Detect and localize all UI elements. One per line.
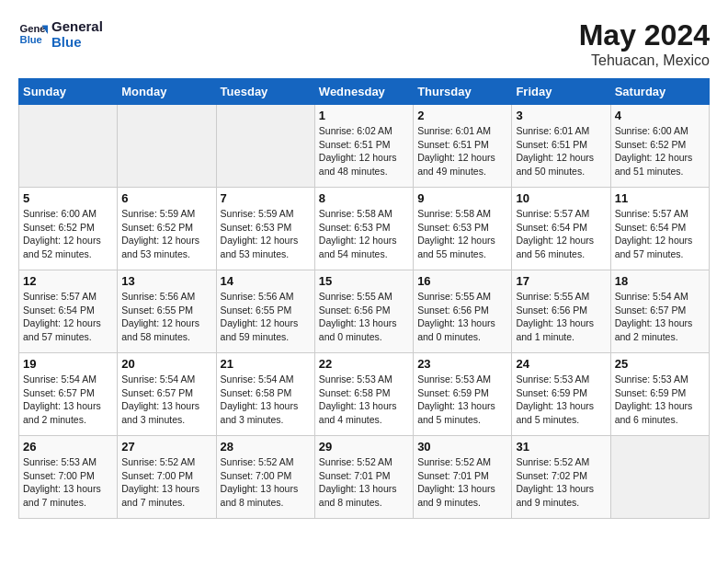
calendar-cell: 14Sunrise: 5:56 AMSunset: 6:55 PMDayligh… [216, 270, 314, 353]
day-info: Sunrise: 5:54 AMSunset: 6:57 PMDaylight:… [615, 290, 705, 344]
calendar-cell: 6Sunrise: 5:59 AMSunset: 6:52 PMDaylight… [118, 188, 216, 270]
title-block: May 2024 Tehuacan, Mexico [579, 18, 710, 69]
day-info: Sunrise: 6:01 AMSunset: 6:51 PMDaylight:… [417, 124, 507, 178]
header-day-wednesday: Wednesday [314, 79, 413, 105]
day-number: 18 [615, 274, 705, 288]
day-info: Sunrise: 5:52 AMSunset: 7:01 PMDaylight:… [319, 455, 409, 510]
day-info: Sunrise: 5:52 AMSunset: 7:01 PMDaylight:… [417, 455, 507, 510]
calendar-cell [610, 436, 709, 519]
day-number: 9 [417, 191, 507, 205]
logo-icon: General Blue [18, 19, 48, 49]
calendar-cell: 23Sunrise: 5:53 AMSunset: 6:59 PMDayligh… [414, 353, 512, 436]
day-info: Sunrise: 5:55 AMSunset: 6:56 PMDaylight:… [319, 290, 409, 344]
day-number: 28 [221, 440, 311, 454]
main-title: May 2024 [579, 18, 710, 52]
day-number: 15 [319, 274, 409, 288]
day-number: 30 [417, 440, 507, 454]
day-info: Sunrise: 5:53 AMSunset: 6:58 PMDaylight:… [319, 373, 409, 427]
day-info: Sunrise: 5:57 AMSunset: 6:54 PMDaylight:… [23, 290, 113, 344]
calendar-cell: 11Sunrise: 5:57 AMSunset: 6:54 PMDayligh… [610, 188, 709, 270]
header-day-friday: Friday [512, 79, 610, 105]
calendar-cell: 4Sunrise: 6:00 AMSunset: 6:52 PMDaylight… [610, 105, 709, 188]
day-number: 26 [23, 440, 113, 454]
day-number: 11 [615, 191, 705, 205]
day-info: Sunrise: 6:00 AMSunset: 6:52 PMDaylight:… [23, 207, 113, 261]
calendar-week-5: 26Sunrise: 5:53 AMSunset: 7:00 PMDayligh… [19, 436, 710, 519]
logo-name-blue: Blue [51, 34, 103, 50]
calendar-table: SundayMondayTuesdayWednesdayThursdayFrid… [18, 78, 710, 519]
day-info: Sunrise: 6:02 AMSunset: 6:51 PMDaylight:… [319, 124, 409, 178]
day-info: Sunrise: 5:56 AMSunset: 6:55 PMDaylight:… [121, 290, 211, 344]
calendar-cell: 27Sunrise: 5:52 AMSunset: 7:00 PMDayligh… [118, 436, 216, 519]
calendar-cell [118, 105, 216, 188]
calendar-cell: 13Sunrise: 5:56 AMSunset: 6:55 PMDayligh… [118, 270, 216, 353]
calendar-cell: 22Sunrise: 5:53 AMSunset: 6:58 PMDayligh… [314, 353, 413, 436]
day-info: Sunrise: 5:54 AMSunset: 6:57 PMDaylight:… [121, 373, 211, 427]
calendar-cell: 7Sunrise: 5:59 AMSunset: 6:53 PMDaylight… [216, 188, 314, 270]
day-info: Sunrise: 5:58 AMSunset: 6:53 PMDaylight:… [417, 207, 507, 261]
day-number: 31 [516, 440, 606, 454]
header-day-tuesday: Tuesday [216, 79, 314, 105]
day-number: 14 [221, 274, 311, 288]
calendar-week-3: 12Sunrise: 5:57 AMSunset: 6:54 PMDayligh… [19, 270, 710, 353]
calendar-body: 1Sunrise: 6:02 AMSunset: 6:51 PMDaylight… [19, 105, 710, 519]
logo: General Blue General Blue [18, 18, 103, 50]
day-info: Sunrise: 5:55 AMSunset: 6:56 PMDaylight:… [417, 290, 507, 344]
calendar-cell: 12Sunrise: 5:57 AMSunset: 6:54 PMDayligh… [19, 270, 118, 353]
calendar-week-1: 1Sunrise: 6:02 AMSunset: 6:51 PMDaylight… [19, 105, 710, 188]
day-number: 29 [319, 440, 409, 454]
day-info: Sunrise: 5:57 AMSunset: 6:54 PMDaylight:… [615, 207, 705, 261]
day-number: 1 [319, 109, 409, 122]
day-info: Sunrise: 5:54 AMSunset: 6:57 PMDaylight:… [23, 373, 113, 427]
day-number: 7 [221, 191, 311, 205]
calendar-cell [216, 105, 314, 188]
day-number: 4 [615, 109, 705, 122]
calendar-cell: 1Sunrise: 6:02 AMSunset: 6:51 PMDaylight… [314, 105, 413, 188]
day-number: 12 [23, 274, 113, 288]
day-number: 3 [516, 109, 606, 122]
day-number: 16 [417, 274, 507, 288]
calendar-cell: 28Sunrise: 5:52 AMSunset: 7:00 PMDayligh… [216, 436, 314, 519]
day-info: Sunrise: 5:59 AMSunset: 6:53 PMDaylight:… [221, 207, 311, 261]
header-day-sunday: Sunday [19, 79, 118, 105]
day-number: 21 [221, 357, 311, 371]
day-number: 10 [516, 191, 606, 205]
day-number: 13 [121, 274, 211, 288]
calendar-cell: 16Sunrise: 5:55 AMSunset: 6:56 PMDayligh… [414, 270, 512, 353]
day-info: Sunrise: 5:59 AMSunset: 6:52 PMDaylight:… [121, 207, 211, 261]
calendar-cell: 26Sunrise: 5:53 AMSunset: 7:00 PMDayligh… [19, 436, 118, 519]
page-header: General Blue General Blue May 2024 Tehua… [18, 18, 710, 69]
calendar-cell [19, 105, 118, 188]
day-info: Sunrise: 5:52 AMSunset: 7:00 PMDaylight:… [221, 455, 311, 510]
calendar-cell: 8Sunrise: 5:58 AMSunset: 6:53 PMDaylight… [314, 188, 413, 270]
calendar-cell: 31Sunrise: 5:52 AMSunset: 7:02 PMDayligh… [512, 436, 610, 519]
calendar-week-2: 5Sunrise: 6:00 AMSunset: 6:52 PMDaylight… [19, 188, 710, 270]
day-info: Sunrise: 5:53 AMSunset: 7:00 PMDaylight:… [23, 455, 113, 510]
header-day-saturday: Saturday [610, 79, 709, 105]
day-info: Sunrise: 5:54 AMSunset: 6:58 PMDaylight:… [221, 373, 311, 427]
day-info: Sunrise: 6:01 AMSunset: 6:51 PMDaylight:… [516, 124, 606, 178]
day-info: Sunrise: 5:58 AMSunset: 6:53 PMDaylight:… [319, 207, 409, 261]
day-number: 17 [516, 274, 606, 288]
day-info: Sunrise: 6:00 AMSunset: 6:52 PMDaylight:… [615, 124, 705, 178]
calendar-cell: 21Sunrise: 5:54 AMSunset: 6:58 PMDayligh… [216, 353, 314, 436]
subtitle: Tehuacan, Mexico [579, 52, 710, 69]
svg-text:General: General [20, 23, 48, 34]
day-info: Sunrise: 5:55 AMSunset: 6:56 PMDaylight:… [516, 290, 606, 344]
day-number: 19 [23, 357, 113, 371]
day-info: Sunrise: 5:52 AMSunset: 7:02 PMDaylight:… [516, 455, 606, 510]
day-number: 22 [319, 357, 409, 371]
calendar-cell: 3Sunrise: 6:01 AMSunset: 6:51 PMDaylight… [512, 105, 610, 188]
day-number: 2 [417, 109, 507, 122]
logo-name-general: General [51, 18, 103, 34]
calendar-cell: 19Sunrise: 5:54 AMSunset: 6:57 PMDayligh… [19, 353, 118, 436]
calendar-cell: 2Sunrise: 6:01 AMSunset: 6:51 PMDaylight… [414, 105, 512, 188]
calendar-cell: 29Sunrise: 5:52 AMSunset: 7:01 PMDayligh… [314, 436, 413, 519]
day-info: Sunrise: 5:53 AMSunset: 6:59 PMDaylight:… [516, 373, 606, 427]
day-info: Sunrise: 5:53 AMSunset: 6:59 PMDaylight:… [615, 373, 705, 427]
day-number: 25 [615, 357, 705, 371]
calendar-week-4: 19Sunrise: 5:54 AMSunset: 6:57 PMDayligh… [19, 353, 710, 436]
calendar-cell: 25Sunrise: 5:53 AMSunset: 6:59 PMDayligh… [610, 353, 709, 436]
calendar-cell: 18Sunrise: 5:54 AMSunset: 6:57 PMDayligh… [610, 270, 709, 353]
calendar-cell: 30Sunrise: 5:52 AMSunset: 7:01 PMDayligh… [414, 436, 512, 519]
